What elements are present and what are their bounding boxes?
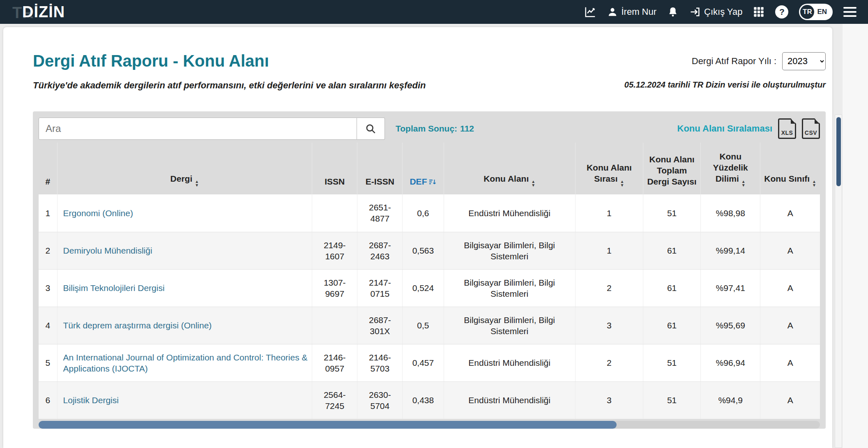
lang-tr-button[interactable]: TR <box>800 5 814 19</box>
lang-en-button[interactable]: EN <box>814 8 831 16</box>
row-subject-rank: 2 <box>575 344 643 381</box>
row-def: 0,524 <box>403 269 444 307</box>
row-subject-rank: 1 <box>575 194 643 232</box>
title-row: Dergi Atıf Raporu - Konu Alanı Dergi Atı… <box>33 52 826 70</box>
search-input[interactable] <box>39 118 357 140</box>
notifications-button[interactable] <box>667 6 679 18</box>
column-header-percentile[interactable]: Konu Yüzdelik Dilimi▲▼ <box>701 143 760 194</box>
user-menu[interactable]: İrem Nur <box>607 7 656 17</box>
trdizin-logo[interactable]: TR DİZİN <box>12 3 65 21</box>
row-eissn: 2630-5704 <box>357 381 403 419</box>
right-gutter <box>843 24 868 448</box>
table-header-row: # Dergi▲▼ ISSN E-ISSN DEF <box>39 143 820 194</box>
subject-ranking-link[interactable]: Konu Alanı Sıralaması <box>677 123 772 134</box>
sort-desc-icon <box>429 178 436 186</box>
grid-icon <box>753 6 764 18</box>
row-def: 0,6 <box>403 194 444 232</box>
export-xls-button[interactable]: XLS <box>778 118 796 139</box>
row-subject-rank: 2 <box>575 269 643 307</box>
sort-icon: ▲▼ <box>812 180 816 187</box>
journal-link[interactable]: An International Journal of Optimization… <box>63 353 308 373</box>
help-icon[interactable]: ? <box>775 5 788 18</box>
sort-icon: ▲▼ <box>195 180 199 187</box>
row-subject-journal-count: 61 <box>643 307 701 344</box>
file-fold-decoration <box>791 118 796 124</box>
row-subject: Bilgisayar Bilimleri, Bilgi Sistemleri <box>444 269 575 307</box>
row-rank: 4 <box>39 307 57 344</box>
row-issn: 2564-7245 <box>312 381 357 419</box>
export-csv-button[interactable]: CSV <box>802 118 820 139</box>
statistics-chart-icon[interactable] <box>584 6 596 18</box>
logout-button[interactable]: Çıkış Yap <box>689 6 742 18</box>
row-class: A <box>760 269 820 307</box>
subtitle-row: Türkiye'de akademik dergilerin atıf perf… <box>33 80 826 91</box>
vertical-scrollbar-thumb[interactable] <box>836 117 841 186</box>
row-subject-journal-count: 51 <box>643 381 701 419</box>
row-class: A <box>760 381 820 419</box>
search-button[interactable] <box>357 118 385 140</box>
row-def: 0,5 <box>403 307 444 344</box>
row-percentile: %95,69 <box>701 307 760 344</box>
journal-citation-table: # Dergi▲▼ ISSN E-ISSN DEF <box>39 143 820 419</box>
row-subject-journal-count: 51 <box>643 194 701 232</box>
row-class: A <box>760 232 820 269</box>
column-header-def[interactable]: DEF <box>403 143 444 194</box>
journal-link[interactable]: Bilişim Teknolojileri Dergisi <box>63 283 165 293</box>
row-subject: Bilgisayar Bilimleri, Bilgi Sistemleri <box>444 232 575 269</box>
journal-link[interactable]: Demiryolu Mühendisliği <box>63 246 152 255</box>
page-title: Dergi Atıf Raporu - Konu Alanı <box>33 52 269 70</box>
row-subject-journal-count: 61 <box>643 232 701 269</box>
sort-icon: ▲▼ <box>531 180 535 187</box>
row-subject-rank: 1 <box>575 232 643 269</box>
bell-icon <box>667 6 679 18</box>
column-header-subject-journal-count: Konu Alanı Toplam Dergi Sayısı <box>643 143 701 194</box>
sort-icon: ▲▼ <box>620 180 624 187</box>
total-results: Toplam Sonuç: 112 <box>396 124 474 134</box>
top-navbar: TR DİZİN İrem Nur Çıkış Yap <box>0 0 868 24</box>
row-issn <box>312 194 357 232</box>
row-percentile: %96,94 <box>701 344 760 381</box>
row-eissn: 2687-2463 <box>357 232 403 269</box>
total-results-label: Toplam Sonuç: <box>396 124 457 134</box>
hamburger-menu-icon[interactable] <box>843 5 856 18</box>
vertical-scrollbar[interactable] <box>835 114 842 448</box>
row-subject-journal-count: 61 <box>643 269 701 307</box>
row-subject-journal-count: 51 <box>643 344 701 381</box>
apps-grid-button[interactable] <box>753 6 764 18</box>
row-percentile: %98,98 <box>701 194 760 232</box>
column-header-subject[interactable]: Konu Alanı▲▼ <box>444 143 575 194</box>
column-header-rank: # <box>39 143 57 194</box>
row-issn <box>312 307 357 344</box>
total-results-value: 112 <box>460 124 474 134</box>
table-row: 1 Ergonomi (Online) 2651-4877 0,6 Endüst… <box>39 194 820 232</box>
row-subject: Bilgisayar Bilimleri, Bilgi Sistemleri <box>444 307 575 344</box>
journal-link[interactable]: Türk deprem araştırma dergisi (Online) <box>63 321 212 330</box>
user-name: İrem Nur <box>621 7 656 17</box>
row-percentile: %94,9 <box>701 381 760 419</box>
row-rank: 2 <box>39 232 57 269</box>
table-toolbar: Toplam Sonuç: 112 Konu Alanı Sıralaması … <box>39 117 820 140</box>
table-row: 6 Lojistik Dergisi 2564-7245 2630-5704 0… <box>39 381 820 419</box>
column-header-journal[interactable]: Dergi▲▼ <box>57 143 312 194</box>
column-header-subject-rank[interactable]: Konu Alanı Sırası▲▼ <box>575 143 643 194</box>
row-rank: 1 <box>39 194 57 232</box>
sort-icon: ▲▼ <box>741 180 746 187</box>
search-icon <box>365 123 376 134</box>
table-scroll-area[interactable]: # Dergi▲▼ ISSN E-ISSN DEF <box>39 143 820 419</box>
report-year-select[interactable]: 2023 <box>782 52 826 70</box>
row-rank: 5 <box>39 344 57 381</box>
horizontal-scrollbar-thumb[interactable] <box>39 421 617 429</box>
row-issn: 2146-0957 <box>312 344 357 381</box>
row-eissn: 2147-0715 <box>357 269 403 307</box>
journal-link[interactable]: Ergonomi (Online) <box>63 208 133 218</box>
row-class: A <box>760 194 820 232</box>
column-header-class[interactable]: Konu Sınıfı▲▼ <box>760 143 820 194</box>
row-rank: 3 <box>39 269 57 307</box>
report-panel: Toplam Sonuç: 112 Konu Alanı Sıralaması … <box>33 111 826 429</box>
table-row: 3 Bilişim Teknolojileri Dergisi 1307-969… <box>39 269 820 307</box>
horizontal-scrollbar[interactable] <box>39 421 820 429</box>
user-icon <box>607 7 618 17</box>
language-toggle[interactable]: TR EN <box>799 4 833 20</box>
journal-link[interactable]: Lojistik Dergisi <box>63 395 119 405</box>
chart-line-icon <box>584 6 596 18</box>
